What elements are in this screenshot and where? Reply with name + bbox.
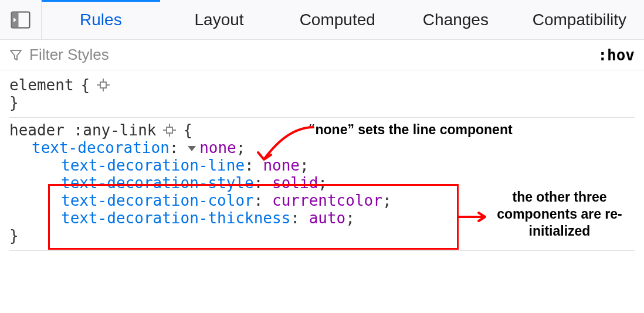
css-value: none	[199, 139, 236, 156]
tab-label: Compatibility	[533, 11, 626, 29]
tab-computed[interactable]: Computed	[278, 0, 396, 39]
css-property: text-decoration-style	[61, 174, 254, 192]
tabs-bar: Rules Layout Computed Changes Compatibil…	[0, 0, 644, 40]
semicolon: ;	[318, 174, 327, 192]
declaration-text-decoration-line[interactable]: text-decoration-line: none;	[9, 156, 635, 174]
css-value: none	[263, 156, 300, 174]
css-property: text-decoration-line	[61, 156, 245, 174]
declaration-text-decoration[interactable]: text-decoration: none;	[9, 139, 635, 156]
semicolon: ;	[382, 192, 392, 209]
colon: :	[254, 174, 263, 192]
css-value: solid	[272, 174, 318, 192]
svg-rect-2	[100, 82, 106, 88]
sidebar-toggle-button[interactable]	[0, 0, 42, 39]
selector-text: header :any-link	[9, 121, 156, 139]
colon: :	[245, 156, 254, 174]
annotation-reinitialized: the other three components are re-initia…	[489, 189, 630, 239]
rules-pane: element { } header :any-link	[0, 70, 644, 256]
close-brace: }	[9, 94, 635, 111]
tabs-list: Rules Layout Computed Changes Compatibil…	[42, 0, 644, 39]
css-property: text-decoration-color	[61, 192, 254, 209]
open-brace: {	[81, 76, 90, 94]
tab-label: Changes	[423, 11, 489, 29]
tab-label: Rules	[80, 11, 122, 29]
annotation-none-sets-line: “none” sets the line component	[309, 121, 513, 138]
panel-toggle-icon	[11, 11, 30, 29]
tab-changes[interactable]: Changes	[396, 0, 515, 39]
highlight-element-icon[interactable]	[163, 124, 176, 137]
css-value: auto	[309, 209, 346, 227]
colon: :	[254, 192, 263, 209]
filter-bar: Filter Styles :hov	[0, 40, 644, 70]
filter-icon	[9, 49, 22, 62]
tab-label: Computed	[300, 11, 375, 29]
filter-input[interactable]: Filter Styles	[29, 46, 109, 64]
colon: :	[290, 209, 300, 227]
highlight-element-icon[interactable]	[97, 79, 110, 91]
tab-compatibility[interactable]: Compatibility	[515, 0, 644, 39]
rule-element[interactable]: element { }	[9, 73, 635, 118]
hov-toggle[interactable]: :hov	[598, 46, 635, 64]
semicolon: ;	[345, 209, 355, 227]
css-value: currentcolor	[272, 192, 382, 209]
css-property: text-decoration	[32, 139, 170, 156]
semicolon: ;	[236, 139, 246, 156]
selector-text: element	[9, 76, 74, 94]
expand-shorthand-icon[interactable]	[188, 146, 196, 151]
tab-label: Layout	[194, 11, 243, 29]
open-brace: {	[183, 121, 192, 139]
colon: :	[170, 139, 179, 156]
tab-rules[interactable]: Rules	[42, 0, 160, 39]
tab-layout[interactable]: Layout	[160, 0, 279, 39]
annotation-text: the other three components are re-initia…	[497, 189, 622, 239]
semicolon: ;	[300, 156, 309, 174]
css-property: text-decoration-thickness	[61, 209, 290, 227]
svg-rect-7	[167, 127, 172, 133]
